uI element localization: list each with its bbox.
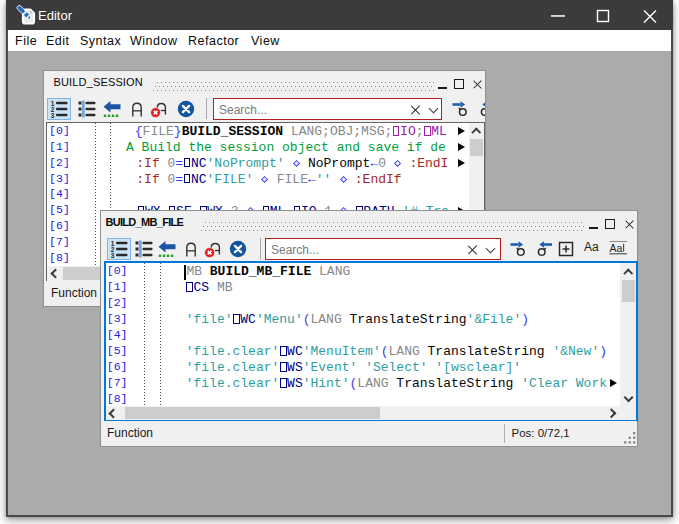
svg-text:3: 3 bbox=[111, 252, 115, 258]
svg-text:3: 3 bbox=[51, 112, 55, 118]
svg-text:Aa: Aa bbox=[610, 242, 623, 254]
